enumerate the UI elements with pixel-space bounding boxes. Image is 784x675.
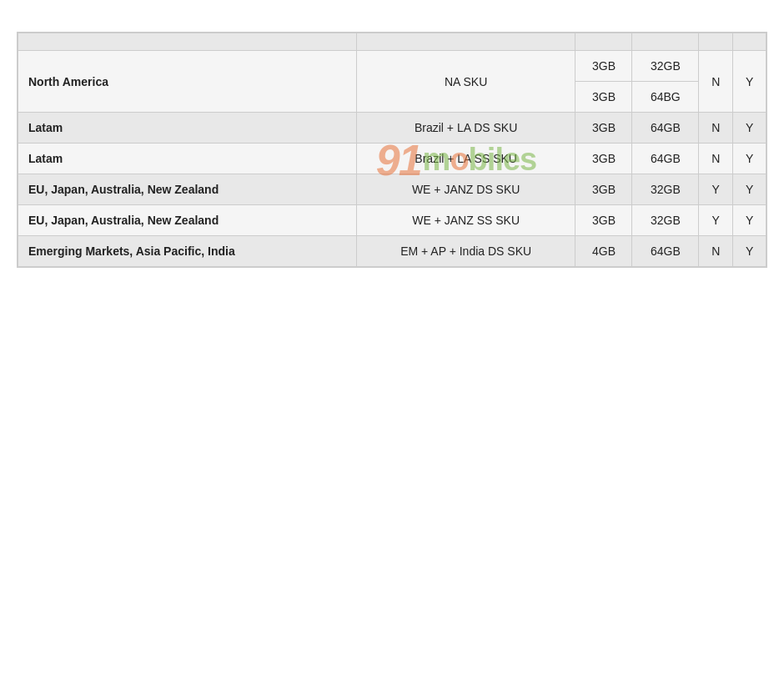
- cell-ecompass: Y: [733, 51, 766, 113]
- cell-region: EU, Japan, Australia, New Zealand: [18, 174, 357, 205]
- col-header-nfc: [699, 33, 733, 51]
- cell-ecompass: Y: [733, 205, 766, 236]
- cell-nfc: N: [699, 51, 733, 113]
- cell-ram: 4GB: [575, 236, 632, 267]
- cell-emmc: 32GB: [632, 205, 699, 236]
- cell-emmc: 64GB: [632, 113, 699, 144]
- cell-emmc: 64GB: [632, 144, 699, 174]
- cell-sku: Brazil + LA SS SKU: [356, 144, 575, 174]
- cell-ecompass: Y: [733, 144, 766, 174]
- cell-ram: 3GB: [575, 113, 632, 144]
- table-row: North America NA SKU 3GB 32GB N Y: [18, 51, 766, 82]
- cell-emmc: 64BG: [632, 82, 699, 113]
- cell-sku: Brazil + LA DS SKU: [356, 113, 575, 144]
- cell-sku: WE + JANZ DS SKU: [356, 174, 575, 205]
- cell-emmc: 32GB: [632, 174, 699, 205]
- cell-emmc: 64GB: [632, 236, 699, 267]
- cell-ram: 3GB: [575, 174, 632, 205]
- col-header-rf-sku: [356, 33, 575, 51]
- table-row: Latam Brazil + LA DS SKU 3GB 64GB N Y: [18, 113, 766, 144]
- cell-region: North America: [18, 51, 357, 113]
- cell-sku: WE + JANZ SS SKU: [356, 205, 575, 236]
- cell-ecompass: Y: [733, 113, 766, 144]
- table-row: Latam Brazil + LA SS SKU 3GB 64GB N Y: [18, 144, 766, 174]
- col-header-emmc: [632, 33, 699, 51]
- cell-ecompass: Y: [733, 174, 766, 205]
- table-row: EU, Japan, Australia, New Zealand WE + J…: [18, 205, 766, 236]
- cell-ecompass: Y: [733, 236, 766, 267]
- col-header-ram: [575, 33, 632, 51]
- sku-table-wrapper: North America NA SKU 3GB 32GB N Y 3GB 64…: [17, 32, 767, 268]
- sku-table: North America NA SKU 3GB 32GB N Y 3GB 64…: [18, 33, 766, 267]
- cell-nfc: N: [699, 236, 733, 267]
- col-header-region: [18, 33, 357, 51]
- table-row: EU, Japan, Australia, New Zealand WE + J…: [18, 174, 766, 205]
- cell-region: Latam: [18, 113, 357, 144]
- cell-sku: EM + AP + India DS SKU: [356, 236, 575, 267]
- cell-sku: NA SKU: [356, 51, 575, 113]
- cell-nfc: N: [699, 144, 733, 174]
- col-header-ecompass: [733, 33, 766, 51]
- cell-emmc: 32GB: [632, 51, 699, 82]
- cell-nfc: Y: [699, 205, 733, 236]
- cell-ram: 3GB: [575, 144, 632, 174]
- cell-region: Emerging Markets, Asia Pacific, India: [18, 236, 357, 267]
- cell-region: Latam: [18, 144, 357, 174]
- cell-nfc: Y: [699, 174, 733, 205]
- table-header-row: [18, 33, 766, 51]
- cell-nfc: N: [699, 113, 733, 144]
- table-row: Emerging Markets, Asia Pacific, India EM…: [18, 236, 766, 267]
- cell-ram: 3GB: [575, 51, 632, 82]
- cell-ram: 3GB: [575, 205, 632, 236]
- cell-region: EU, Japan, Australia, New Zealand: [18, 205, 357, 236]
- cell-ram: 3GB: [575, 82, 632, 113]
